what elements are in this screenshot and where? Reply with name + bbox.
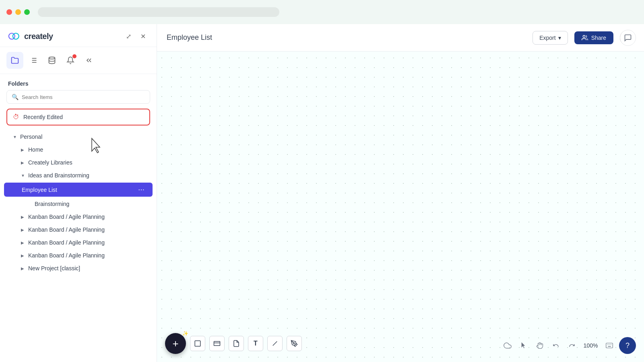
undo-button[interactable] [549, 339, 562, 352]
chevron-right-icon: ▶ [21, 148, 26, 152]
folder-name: Creately Libraries [28, 159, 72, 166]
svg-rect-14 [214, 341, 220, 346]
folder-new-project[interactable]: ▶ New Project [classic] [0, 262, 157, 275]
chevron-right-icon: ▶ [21, 253, 26, 258]
share-button[interactable]: Share [574, 31, 613, 44]
text-tool-button[interactable]: T [248, 336, 263, 351]
search-input[interactable] [22, 94, 145, 100]
more-tab[interactable] [80, 52, 97, 69]
share-icon [582, 35, 588, 41]
document-title: Employee List [167, 33, 526, 42]
zoom-level: 100% [582, 342, 600, 349]
chevron-right-icon: ▶ [21, 241, 26, 245]
nav-tabs [0, 47, 157, 74]
keyboard-shortcuts-button[interactable] [603, 339, 616, 352]
folder-name: Kanban Board / Agile Planning [28, 252, 105, 259]
search-box[interactable]: 🔍 [6, 90, 150, 104]
folder-kanban-2[interactable]: ▶ Kanban Board / Agile Planning [0, 223, 157, 236]
chevron-right-icon: ▶ [21, 228, 26, 232]
text-icon: T [254, 340, 258, 347]
titlebar [0, 0, 644, 24]
svg-point-8 [49, 57, 55, 59]
close-sidebar-button[interactable]: ✕ [137, 31, 149, 42]
chevron-down-icon: ▼ [21, 173, 26, 178]
add-fab-button[interactable]: + ✨ [165, 333, 186, 354]
comment-button[interactable] [620, 30, 636, 46]
folder-name: Ideas and Brainstorming [28, 172, 89, 179]
svg-rect-13 [195, 341, 200, 346]
folder-personal[interactable]: ▼ Personal [0, 130, 157, 143]
main-toolbar: Employee List Export ▾ Share [157, 24, 644, 51]
close-dot[interactable] [6, 9, 12, 15]
expand-sidebar-button[interactable]: ⤢ [123, 31, 134, 42]
creately-logo-icon [8, 32, 21, 40]
chevron-down-icon: ▼ [13, 135, 18, 139]
clock-icon: ⏱ [13, 113, 19, 121]
chevron-down-icon: ▾ [558, 35, 561, 41]
export-label: Export [539, 35, 555, 41]
export-button[interactable]: Export ▾ [533, 31, 568, 45]
help-button[interactable]: ? [619, 337, 636, 354]
database-tab[interactable] [43, 52, 60, 69]
sidebar: creately ⤢ ✕ [0, 24, 157, 362]
folder-tree: ▼ Personal ▶ Home ▶ Creately Libraries ▼… [0, 127, 157, 362]
sparkles-icon: ✨ [182, 331, 188, 336]
bottom-toolbar: + ✨ T [165, 333, 302, 354]
maximize-dot[interactable] [24, 9, 30, 15]
folder-name: New Project [classic] [28, 265, 80, 272]
file-brainstorming[interactable]: Brainstorming [0, 197, 157, 210]
chevron-right-icon: ▶ [21, 215, 26, 219]
folder-name: Kanban Board / Agile Planning [28, 214, 105, 220]
sticky-note-tool-button[interactable] [229, 336, 244, 351]
logo: creately [8, 32, 53, 41]
folder-kanban-1[interactable]: ▶ Kanban Board / Agile Planning [0, 210, 157, 223]
cloud-save-button[interactable] [501, 339, 514, 352]
folder-home[interactable]: ▶ Home [0, 143, 157, 156]
notifications-tab[interactable] [62, 52, 79, 69]
main-canvas[interactable]: Employee List Export ▾ Share + [157, 24, 644, 362]
folder-creately-libraries[interactable]: ▶ Creately Libraries [0, 156, 157, 169]
card-tool-button[interactable] [209, 336, 225, 351]
pen-tool-button[interactable] [287, 336, 302, 351]
svg-point-1 [13, 33, 19, 39]
file-employee-list[interactable]: Employee List ⋯ [4, 183, 153, 197]
search-icon: 🔍 [12, 94, 19, 100]
line-tool-button[interactable] [267, 336, 283, 351]
folder-name: Home [28, 146, 43, 153]
svg-point-17 [293, 343, 295, 344]
chevron-right-icon: ▶ [21, 266, 26, 271]
redo-button[interactable] [566, 339, 578, 352]
more-options-icon[interactable]: ⋯ [138, 186, 144, 193]
folder-name: Kanban Board / Agile Planning [28, 239, 105, 246]
list-tab[interactable] [25, 52, 42, 69]
folder-name: Personal [20, 134, 42, 140]
file-name: Employee List [22, 187, 57, 193]
plus-icon: + [172, 337, 178, 350]
header-actions: ⤢ ✕ [123, 31, 149, 42]
svg-point-9 [583, 35, 585, 37]
folder-name: Kanban Board / Agile Planning [28, 226, 105, 233]
hand-tool-button[interactable] [533, 339, 546, 352]
minimize-dot[interactable] [15, 9, 21, 15]
file-name: Brainstorming [35, 201, 69, 207]
select-tool-button[interactable] [517, 339, 530, 352]
rectangle-tool-button[interactable] [190, 336, 205, 351]
notification-badge [72, 54, 76, 58]
folder-kanban-3[interactable]: ▶ Kanban Board / Agile Planning [0, 236, 157, 249]
bottom-right-controls: 100% ? [501, 337, 636, 354]
sidebar-header: creately ⤢ ✕ [0, 24, 157, 47]
recently-edited-label: Recently Edited [23, 114, 63, 120]
svg-line-16 [273, 341, 277, 346]
folder-kanban-4[interactable]: ▶ Kanban Board / Agile Planning [0, 249, 157, 262]
svg-rect-18 [606, 343, 613, 348]
folder-tab[interactable] [6, 52, 23, 69]
share-label: Share [591, 35, 606, 41]
help-icon: ? [625, 341, 630, 350]
titlebar-url-bar[interactable] [38, 7, 279, 17]
recently-edited-item[interactable]: ⏱ Recently Edited [6, 109, 150, 125]
chevron-right-icon: ▶ [21, 160, 26, 165]
folder-ideas-brainstorming[interactable]: ▼ Ideas and Brainstorming [0, 169, 157, 182]
logo-text: creately [24, 32, 53, 41]
folders-label: Folders [0, 74, 157, 90]
